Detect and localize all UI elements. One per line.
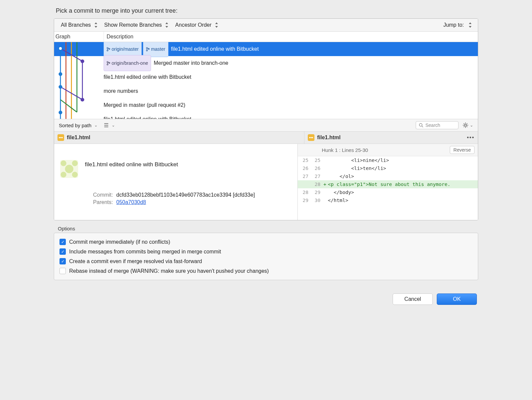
dialog-title: Pick a commit to merge into your current…	[54, 0, 478, 18]
option-checkbox[interactable]: ✓	[59, 248, 66, 255]
view-mode-dropdown[interactable]: ⌄	[104, 123, 115, 128]
diff-line[interactable]: 2727 </ol>	[298, 172, 478, 180]
chevron-down-icon: ⌄	[112, 123, 115, 128]
file-headers: ••• file1.html ••• file1.html •••	[54, 132, 478, 144]
commit-hash-label: Commit:	[86, 192, 113, 198]
svg-point-25	[58, 47, 62, 50]
diff-code: </html>	[328, 196, 478, 204]
diff-line[interactable]: 2930</html>	[298, 196, 478, 204]
list-lines-icon	[104, 123, 109, 128]
option-label: Create a commit even if merge resolved v…	[69, 258, 202, 264]
sort-dropdown[interactable]: Sorted by path ⌄	[59, 123, 98, 128]
svg-point-29	[81, 98, 84, 102]
line-number-new: 28	[310, 180, 322, 188]
commit-row[interactable]: origin/mastermaster file1.html edited on…	[54, 42, 478, 56]
file-header-right[interactable]: ••• file1.html	[308, 134, 341, 141]
diff-code: <li>ten</li>	[328, 164, 478, 172]
option-checkbox[interactable]: ✓	[59, 239, 66, 245]
branch-icon	[107, 61, 110, 65]
dialog-buttons: Cancel OK	[54, 280, 478, 305]
diff-sign	[322, 196, 328, 204]
diff-sign	[322, 156, 328, 164]
search-input[interactable]: Search	[416, 121, 458, 129]
commit-row[interactable]: file1.html edited online with Bitbucket	[54, 70, 478, 84]
file-name-right: file1.html	[317, 135, 341, 141]
line-number-old: 25	[298, 156, 310, 164]
branch-tag[interactable]: origin/branch-one	[104, 55, 151, 71]
line-number-new: 30	[310, 196, 322, 204]
column-graph-header[interactable]: Graph	[54, 32, 104, 42]
commit-row-message: file1.html edited online with Bitbucket	[171, 42, 259, 56]
branches-dropdown[interactable]: All Branches	[57, 21, 101, 29]
option-row: ✓Create a commit even if merge resolved …	[59, 256, 473, 266]
commit-row-message: file1.html edited online with Bitbucket	[104, 112, 191, 119]
chevron-updown-icon	[215, 22, 218, 28]
hunk-label: Hunk 1 : Lines 25-30	[322, 147, 368, 153]
option-row: ✓Include messages from commits being mer…	[59, 247, 473, 256]
option-checkbox[interactable]: ✓	[59, 268, 66, 274]
jump-to-dropdown[interactable]: Jump to:	[443, 22, 475, 28]
diff-line[interactable]: 2626 <li>ten</li>	[298, 164, 478, 172]
chevron-down-icon: ⌄	[94, 123, 98, 128]
avatar	[60, 160, 78, 178]
commit-parent-link[interactable]: 050a7030d8	[116, 199, 146, 205]
diff-line[interactable]: 2829 </body>	[298, 188, 478, 196]
commit-row-message: more numbers	[104, 84, 138, 98]
option-label: Include messages from commits being merg…	[69, 249, 221, 255]
cancel-button[interactable]: Cancel	[393, 293, 433, 305]
line-number-old: 27	[298, 172, 310, 180]
diff-sign	[322, 172, 328, 180]
commit-graph-area: origin/mastermaster file1.html edited on…	[54, 42, 478, 119]
column-description-header[interactable]: Description	[104, 32, 478, 42]
commit-row[interactable]: more numbers	[54, 84, 478, 98]
option-label: Commit merge immediately (if no conflict…	[69, 239, 170, 245]
file-header-left[interactable]: ••• file1.html	[54, 132, 304, 144]
line-number-old: 28	[298, 188, 310, 196]
branch-icon	[146, 47, 150, 51]
line-number-new: 25	[310, 156, 322, 164]
commit-row[interactable]: file1.html edited online with Bitbucket	[54, 112, 478, 119]
diff-sign	[322, 188, 328, 196]
filter-toolbar: All Branches Show Remote Branches Ancest…	[54, 19, 478, 32]
order-label: Ancestor Order	[175, 22, 211, 28]
diff-panel: Hunk 1 : Lines 25-30 Reverse 2525 <li>ni…	[298, 144, 478, 220]
commit-row[interactable]: origin/branch-one Merged master into bra…	[54, 56, 478, 70]
line-number-new: 29	[310, 188, 322, 196]
svg-point-26	[81, 59, 84, 63]
svg-point-30	[58, 111, 62, 114]
settings-dropdown[interactable]: ⌄	[462, 122, 473, 128]
line-number-new: 26	[310, 164, 322, 172]
diff-code: <p class="p1">Not sure about this anymor…	[328, 180, 478, 188]
line-number-old: 29	[298, 196, 310, 204]
commit-detail-panel: file1.html edited online with Bitbucket …	[54, 144, 298, 220]
remote-toggle-dropdown[interactable]: Show Remote Branches	[101, 21, 172, 29]
file-actions-menu[interactable]: •••	[467, 135, 475, 141]
line-number-new: 27	[310, 172, 322, 180]
branch-icon	[107, 47, 110, 51]
file-toolbar: Sorted by path ⌄ ⌄ Search ⌄	[54, 119, 478, 132]
gear-icon	[462, 122, 469, 128]
svg-line-24	[60, 100, 77, 112]
option-checkbox[interactable]: ✓	[59, 258, 66, 264]
options-box: ✓Commit merge immediately (if no conflic…	[54, 233, 478, 280]
svg-point-27	[58, 72, 62, 76]
diff-code: </body>	[328, 188, 478, 196]
options-heading: Options	[54, 220, 478, 233]
commit-row[interactable]: Merged in master (pull request #2)	[54, 98, 478, 112]
search-placeholder: Search	[425, 123, 440, 128]
chevron-updown-icon	[469, 22, 472, 28]
commit-message: file1.html edited online with Bitbucket	[85, 160, 178, 178]
option-label: Rebase instead of merge (WARNING: make s…	[69, 268, 269, 274]
chevron-updown-icon	[165, 22, 168, 28]
commit-hash-value: dcfd33eb0128bebf1103e149e607783ac1ce3394…	[116, 192, 255, 198]
diff-line[interactable]: 2525 <li>nine</li>	[298, 156, 478, 164]
line-number-old: 26	[298, 164, 310, 172]
diff-sign: +	[322, 180, 328, 188]
order-dropdown[interactable]: Ancestor Order	[172, 21, 221, 29]
reverse-hunk-button[interactable]: Reverse	[450, 146, 475, 154]
diff-line[interactable]: 28+<p class="p1">Not sure about this any…	[298, 180, 478, 188]
file-name-left: file1.html	[67, 135, 90, 141]
commit-row-message: Merged master into branch-one	[154, 56, 228, 70]
ok-button[interactable]: OK	[437, 293, 477, 305]
chevron-down-icon: ⌄	[470, 123, 473, 128]
